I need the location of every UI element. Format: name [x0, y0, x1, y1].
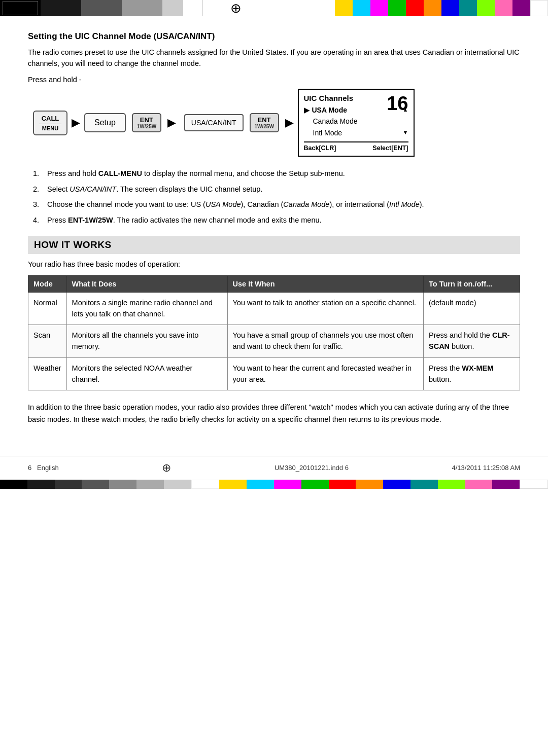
modes-table: Mode What It Does Use It When To Turn it…	[28, 275, 520, 391]
bottom-color-bar	[0, 480, 548, 489]
uic-down-arrow: ▼	[403, 128, 408, 137]
table-header: Mode What It Does Use It When To Turn it…	[28, 275, 520, 292]
uic-intl-label: Intl Mode	[313, 127, 342, 138]
turn-weather: Press the WX-MEM button.	[423, 357, 520, 390]
arrow3: ▶	[285, 116, 294, 129]
intl-mode-italic: Intl Mode	[389, 200, 420, 208]
step-4-text: Press ENT-1W/25W. The radio activates th…	[47, 214, 322, 226]
use-normal: You want to talk to another station on a…	[227, 292, 423, 325]
section1-heading: Setting the UIC Channel Mode (USA/CAN/IN…	[28, 31, 520, 42]
col-mode: Mode	[28, 275, 67, 292]
mode-weather: Weather	[28, 357, 67, 390]
arrow2: ▶	[167, 116, 176, 129]
table-row: Weather Monitors the selected NOAA weath…	[28, 357, 520, 390]
step-1: 1. Press and hold CALL-MENU to display t…	[33, 168, 520, 179]
footer: 6 English ⊕ UM380_20101221.indd 6 4/13/2…	[0, 456, 548, 480]
table-row: Normal Monitors a single marine radio ch…	[28, 292, 520, 325]
col-what: What It Does	[66, 275, 227, 292]
step-2-num: 2.	[33, 184, 43, 195]
step-3-num: 3.	[33, 199, 43, 210]
mode-normal: Normal	[28, 292, 67, 325]
usa-mode-italic: USA Mode	[206, 200, 241, 208]
uic-channels-display: UIC Channels 16 ▶ USA Mode ▲ Canada Mode…	[298, 89, 415, 157]
step-4: 4. Press ENT-1W/25W. The radio activates…	[33, 214, 520, 226]
col-use: Use It When	[227, 275, 423, 292]
usa-can-int-italic: USA/CAN/INT	[70, 185, 116, 193]
what-scan: Monitors all the channels you save into …	[66, 325, 227, 358]
step-2: 2. Select USA/CAN/INT. The screen displa…	[33, 184, 520, 195]
diagram-area: CALL MENU ▶ Setup ENT 1W/25W ▶ USA/CAN/I…	[28, 89, 520, 157]
uic-canada-mode: Canada Mode	[304, 116, 408, 127]
uic-usa-label: USA Mode	[312, 104, 347, 116]
step-3-text: Choose the channel mode you want to use:…	[47, 199, 424, 210]
top-color-bar: ⊕	[0, 0, 548, 16]
uic-selected-arrow: ▶	[304, 104, 310, 116]
table-row: Scan Monitors all the channels you save …	[28, 325, 520, 358]
step-2-text: Select USA/CAN/INT. The screen displays …	[47, 184, 262, 195]
canada-mode-italic: Canada Mode	[283, 200, 329, 208]
ent-group-1: ENT 1W/25W	[130, 113, 163, 132]
menu-label: MENU	[39, 124, 61, 131]
usa-can-int-box: USA/CAN/INT	[184, 114, 244, 131]
page-number: 6	[28, 464, 31, 472]
uic-back-label: Back[CLR]	[304, 145, 336, 152]
press-hold-text: Press and hold -	[28, 76, 520, 84]
turn-normal: (default mode)	[423, 292, 520, 325]
step-1-num: 1.	[33, 168, 43, 179]
step-3: 3. Choose the channel mode you want to u…	[33, 199, 520, 210]
section1-intro: The radio comes preset to use the UIC ch…	[28, 47, 520, 69]
call-menu-button: CALL MENU	[33, 111, 67, 135]
page-label: English	[37, 464, 59, 472]
wx-mem-bold: WX-MEM	[462, 364, 493, 372]
ent-button-2: ENT 1W/25W	[250, 113, 279, 132]
step-4-num: 4.	[33, 214, 43, 226]
table-body: Normal Monitors a single marine radio ch…	[28, 292, 520, 390]
closing-text: In addition to the three basic operation…	[28, 402, 520, 425]
what-normal: Monitors a single marine radio channel a…	[66, 292, 227, 325]
ent-group-2: ENT 1W/25W	[248, 113, 281, 132]
uic-intl-mode: Intl Mode ▼	[304, 127, 408, 138]
turn-scan: Press and hold the CLR-SCAN button.	[423, 325, 520, 358]
uic-canada-label: Canada Mode	[313, 116, 358, 127]
footer-page: 6 English	[28, 464, 59, 472]
top-crosshair: ⊕	[203, 0, 269, 16]
how-it-works-heading: HOW IT WORKS	[28, 236, 520, 254]
modes-intro: Your radio has three basic modes of oper…	[28, 260, 520, 268]
steps-list: 1. Press and hold CALL-MENU to display t…	[28, 168, 520, 226]
callmenu-bold: CALL-MENU	[98, 169, 142, 177]
uic-bottom-bar: Back[CLR] Select[ENT]	[304, 141, 408, 152]
table-header-row: Mode What It Does Use It When To Turn it…	[28, 275, 520, 292]
call-label: CALL	[39, 115, 61, 122]
footer-center-crosshair: ⊕	[162, 461, 171, 475]
use-scan: You have a small group of channels you u…	[227, 325, 423, 358]
use-weather: You want to hear the current and forecas…	[227, 357, 423, 390]
clr-scan-bold: CLR-SCAN	[429, 331, 510, 350]
uic-number: 16	[387, 94, 408, 113]
arrow1: ▶	[72, 116, 80, 129]
footer-date-info: 4/13/2011 11:25:08 AM	[452, 464, 520, 472]
step-1-text: Press and hold CALL-MENU to display the …	[47, 168, 345, 179]
uic-select-label: Select[ENT]	[372, 145, 408, 152]
setup-box: Setup	[84, 113, 126, 132]
footer-file-info: UM380_20101221.indd 6	[275, 464, 349, 472]
ent-button-1: ENT 1W/25W	[132, 113, 161, 132]
what-weather: Monitors the selected NOAA weather chann…	[66, 357, 227, 390]
ent-bold: ENT-1W/25W	[68, 216, 113, 224]
col-turn: To Turn it on./off...	[423, 275, 520, 292]
mode-scan: Scan	[28, 325, 67, 358]
